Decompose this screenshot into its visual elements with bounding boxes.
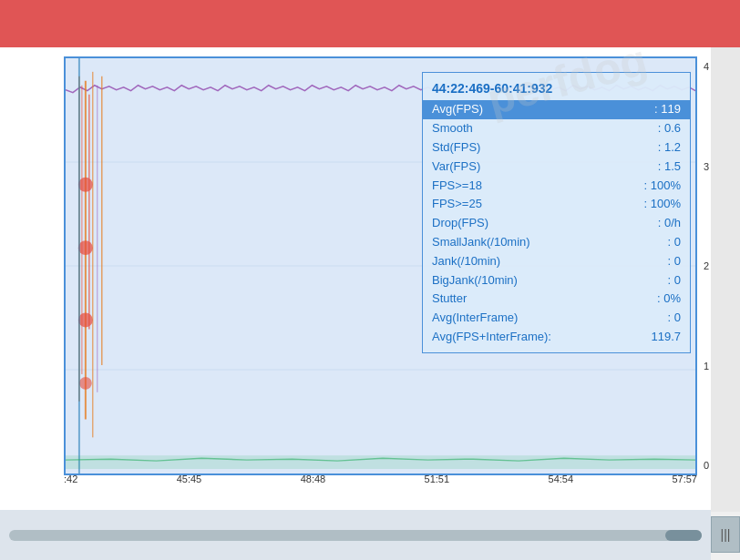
stat-label-dropfps: Drop(FPS) (432, 214, 658, 233)
y-label-3: 3 (704, 161, 709, 172)
stat-value-avgfpsinterframe: 119.7 (651, 328, 681, 347)
stat-row-dropfps: Drop(FPS) : 0/h (432, 214, 681, 233)
stat-value-jank: : 0 (668, 252, 681, 271)
stat-value-avgfps: : 119 (654, 100, 681, 119)
stat-value-dropfps: : 0/h (658, 214, 681, 233)
stat-row-fps18: FPS>=18 : 100% (432, 177, 681, 196)
svg-point-11 (78, 240, 93, 255)
top-banner (0, 0, 740, 47)
bottom-scrollbar[interactable] (0, 510, 711, 560)
y-label-4: 4 (704, 61, 709, 72)
x-label-6: 57:57 (672, 473, 697, 484)
stats-overlay: 44:22:469-60:41:932 Avg(FPS) : 119 Smoot… (422, 72, 691, 353)
stat-label-avgfps: Avg(FPS) (432, 100, 654, 119)
y-axis-right: 4 3 2 1 0 (688, 56, 711, 475)
y-label-2: 2 (704, 260, 709, 271)
svg-point-10 (78, 178, 93, 192)
stat-label-avginterframe: Avg(InterFrame) (432, 309, 668, 328)
stat-row-avgfpsinterframe: Avg(FPS+InterFrame): 119.7 (432, 328, 681, 347)
chart-area: 44:22:469-60:41:932 Avg(FPS) : 119 Smoot… (64, 56, 697, 475)
scrollbar-track[interactable] (9, 530, 702, 541)
stat-value-smalljank: : 0 (668, 233, 681, 252)
x-label-1: :42 (64, 473, 77, 484)
right-panel (711, 47, 740, 512)
stat-label-avgfpsinterframe: Avg(FPS+InterFrame): (432, 328, 651, 347)
y-label-0: 0 (704, 460, 709, 471)
stat-value-smooth: : 0.6 (658, 119, 681, 138)
stat-value-fps18: : 100% (644, 177, 681, 196)
stat-value-stdfps: : 1.2 (658, 138, 681, 158)
svg-rect-15 (66, 455, 695, 469)
chart-container: 44:22:469-60:41:932 Avg(FPS) : 119 Smoot… (0, 47, 711, 512)
stat-value-bigjank: : 0 (668, 271, 681, 290)
scroll-button-icon: ||| (721, 527, 731, 542)
stat-label-fps18: FPS>=18 (432, 177, 644, 196)
stat-row-avginterframe: Avg(InterFrame) : 0 (432, 309, 681, 328)
stat-row-varfps: Var(FPS) : 1.5 (432, 158, 681, 177)
stat-value-varfps: : 1.5 (658, 158, 681, 177)
x-label-2: 45:45 (177, 473, 202, 484)
stat-label-fps25: FPS>=25 (432, 195, 644, 214)
x-label-4: 51:51 (425, 473, 450, 484)
stat-row-smalljank: SmallJank(/10min) : 0 (432, 233, 681, 252)
stat-value-fps25: : 100% (644, 195, 681, 214)
stat-row-stutter: Stutter : 0% (432, 290, 681, 309)
stat-row-jank: Jank(/10min) : 0 (432, 252, 681, 271)
svg-point-13 (79, 377, 92, 390)
stat-row-avgfps: Avg(FPS) : 119 (423, 100, 690, 119)
scroll-button[interactable]: ||| (711, 516, 740, 553)
stat-label-jank: Jank(/10min) (432, 252, 668, 271)
stat-label-smalljank: SmallJank(/10min) (432, 233, 668, 252)
stat-row-bigjank: BigJank(/10min) : 0 (432, 271, 681, 290)
stat-row-fps25: FPS>=25 : 100% (432, 195, 681, 214)
stat-label-varfps: Var(FPS) (432, 158, 658, 177)
stat-row-stdfps: Std(FPS) : 1.2 (432, 138, 681, 158)
stat-value-avginterframe: : 0 (668, 309, 681, 328)
stat-label-stutter: Stutter (432, 290, 657, 309)
svg-point-12 (78, 313, 93, 328)
stat-label-bigjank: BigJank(/10min) (432, 271, 668, 290)
stat-row-smooth: Smooth : 0.6 (432, 119, 681, 138)
x-label-5: 54:54 (549, 473, 574, 484)
stat-value-stutter: : 0% (657, 290, 681, 309)
stat-label-smooth: Smooth (432, 119, 658, 138)
scrollbar-thumb[interactable] (665, 530, 702, 541)
stat-label-stdfps: Std(FPS) (432, 138, 658, 158)
x-axis: :42 45:45 48:48 51:51 54:54 57:57 (64, 473, 697, 484)
x-label-3: 48:48 (301, 473, 326, 484)
y-label-1: 1 (704, 361, 709, 372)
time-range: 44:22:469-60:41:932 (432, 78, 681, 98)
